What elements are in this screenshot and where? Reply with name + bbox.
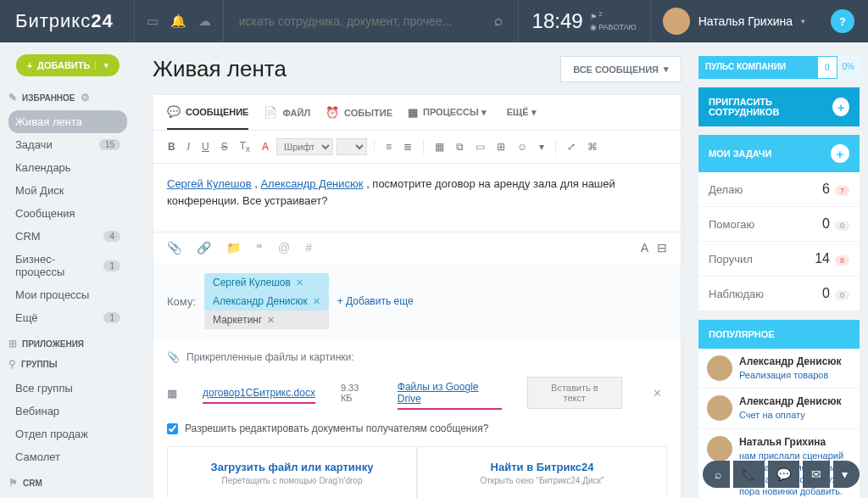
user-menu[interactable]: Наталья Грихина ▾ xyxy=(650,0,817,42)
sidebar-item[interactable]: Самолет xyxy=(8,445,127,468)
chat-icon[interactable]: ▭ xyxy=(147,14,159,29)
all-messages-filter[interactable]: ВСЕ СООБЩЕНИЯ ▾ xyxy=(560,56,682,82)
page-title: Живая лента xyxy=(153,56,287,82)
sidebar-item[interactable]: Мои процессы xyxy=(8,283,127,306)
emoji-button[interactable]: ☺ xyxy=(513,138,531,155)
allow-edit-checkbox[interactable]: Разрешить редактировать документы получа… xyxy=(167,422,667,434)
code-button[interactable]: ⌘ xyxy=(583,138,602,155)
work-status: ⚑ 2◉ РАБОТАЮ xyxy=(590,10,637,32)
text-icon[interactable]: A xyxy=(641,241,648,255)
sidebar-item[interactable]: Ещё1 xyxy=(8,306,127,329)
plus-icon[interactable]: + xyxy=(832,98,849,116)
mention-icon[interactable]: @ xyxy=(278,241,290,255)
clock-time: 18:49 xyxy=(532,9,583,33)
apps-header: ⊞ПРИЛОЖЕНИЯ xyxy=(8,338,127,350)
collapse-icon[interactable]: ⊟ xyxy=(657,241,667,255)
add-task-button[interactable]: + xyxy=(831,144,849,163)
ol-button[interactable]: ≣ xyxy=(399,138,416,155)
add-recipient[interactable]: + Добавить еще xyxy=(337,295,414,307)
popular-item[interactable]: Александр ДенисюкРеализация товаров xyxy=(698,349,860,389)
user-name: Наталья Грихина xyxy=(698,14,793,28)
sidebar-item[interactable]: Бизнес-процессы1 xyxy=(8,248,127,283)
delete-file[interactable]: ✕ xyxy=(648,387,667,400)
attach-header: 📎 Прикрепленные файлы и картинки: xyxy=(167,351,667,363)
groups-header: ⚲ГРУППЫ xyxy=(8,358,127,370)
task-row[interactable]: Помогаю00 xyxy=(698,207,860,242)
fab-mail[interactable]: ✉ xyxy=(803,461,830,488)
fab-chat[interactable]: 💬 xyxy=(768,461,799,488)
size-select[interactable] xyxy=(337,138,367,155)
crm-header: ⚑CRM xyxy=(8,477,127,489)
image-button[interactable]: ▦ xyxy=(431,138,448,155)
sidebar-item[interactable]: Сообщения xyxy=(8,202,127,225)
upload-option[interactable]: Найти в Битрикс24Открыть окно "Битрикс24… xyxy=(417,446,667,498)
mention[interactable]: Александр Денисюк xyxy=(260,177,363,190)
search-input[interactable] xyxy=(239,14,494,28)
color-button[interactable]: A xyxy=(258,138,273,155)
task-row[interactable]: Поручил148 xyxy=(698,242,860,277)
quote-icon[interactable]: ❝ xyxy=(256,241,263,255)
bell-icon[interactable]: 🔔 xyxy=(170,14,186,29)
tab[interactable]: ⏰СОБЫТИЕ xyxy=(326,95,392,130)
tab[interactable]: ЕЩЁ ▾ xyxy=(502,95,537,130)
tab[interactable]: ▦ПРОЦЕССЫ ▾ xyxy=(408,95,487,130)
strike-button[interactable]: S xyxy=(217,138,232,155)
sidebar-item[interactable]: CRM4 xyxy=(8,225,127,248)
underline-button[interactable]: U xyxy=(198,138,214,155)
recipient-chip[interactable]: Маркетинг ✕ xyxy=(204,311,329,329)
pulse-widget[interactable]: ПУЛЬС КОМПАНИИ 0 0% xyxy=(698,56,860,79)
sidebar-item[interactable]: Живая лента xyxy=(8,110,127,133)
clock[interactable]: 18:49 ⚑ 2◉ РАБОТАЮ xyxy=(518,0,650,42)
hash-icon[interactable]: # xyxy=(305,241,312,255)
sidebar-item[interactable]: Мой Диск xyxy=(8,179,127,202)
link-icon[interactable]: 🔗 xyxy=(197,241,211,255)
fab-more[interactable]: ▾ xyxy=(833,461,860,488)
font-select[interactable]: Шрифт xyxy=(276,138,333,155)
mention[interactable]: Сергей Кулешов xyxy=(167,177,252,190)
clear-format-button[interactable]: Tx xyxy=(236,137,254,156)
bold-button[interactable]: B xyxy=(164,138,180,155)
expand-button[interactable]: ⤢ xyxy=(563,138,580,155)
add-button[interactable]: + ДОБАВИТЬ▾ xyxy=(16,54,120,76)
more-button[interactable]: ▾ xyxy=(535,138,548,155)
logo[interactable]: Битрикс24 xyxy=(0,10,134,32)
sidebar-item[interactable]: Вебинар xyxy=(8,400,127,422)
gdrive-link[interactable]: Файлы из Google Drive xyxy=(398,381,502,405)
fab-phone[interactable]: 📞 xyxy=(733,461,765,488)
search-icon[interactable]: ⌕ xyxy=(494,13,503,30)
insert-button[interactable]: Вставить в текст xyxy=(527,377,622,409)
editor-content[interactable]: Сергей Кулешов , Александр Денисюк , пос… xyxy=(153,164,681,232)
tab[interactable]: 📄ФАЙЛ xyxy=(264,95,310,130)
avatar xyxy=(663,8,690,35)
popular-panel-header: ПОПУЛЯРНОЕ xyxy=(698,320,860,349)
tasks-panel-header: МОИ ЗАДАЧИ+ xyxy=(698,135,860,172)
folder-icon[interactable]: 📁 xyxy=(226,241,241,255)
file-size: 9.33 КБ xyxy=(341,383,372,403)
italic-button[interactable]: I xyxy=(183,138,194,155)
file-link[interactable]: договор1СБитрикс.docx xyxy=(203,387,315,399)
chevron-down-icon: ▾ xyxy=(801,17,805,25)
attach-icon[interactable]: 📎 xyxy=(167,241,181,255)
task-row[interactable]: Делаю67 xyxy=(698,172,860,207)
video-button[interactable]: ▭ xyxy=(471,138,489,155)
link-button[interactable]: ⧉ xyxy=(452,138,468,155)
help-button[interactable]: ? xyxy=(817,9,868,33)
table-button[interactable]: ⊞ xyxy=(492,138,509,155)
favorites-header: ✎ИЗБРАННОЕ ⚙ xyxy=(8,92,127,104)
invite-panel[interactable]: ПРИГЛАСИТЬ СОТРУДНИКОВ+ xyxy=(698,87,860,126)
fab-search[interactable]: ⌕ xyxy=(703,461,730,488)
sidebar-item[interactable]: Задачи15 xyxy=(8,133,127,156)
recipient-chip[interactable]: Сергей Кулешов ✕ xyxy=(204,273,329,292)
tab[interactable]: 💬СООБЩЕНИЕ xyxy=(167,95,248,130)
cloud-icon[interactable]: ☁ xyxy=(198,14,211,29)
recipient-chip[interactable]: Александр Денисюк ✕ xyxy=(204,292,329,311)
ul-button[interactable]: ≡ xyxy=(381,138,396,155)
popular-item[interactable]: Александр ДенисюкСчет на оплату xyxy=(698,389,860,428)
sidebar-item[interactable]: Отдел продаж xyxy=(8,422,127,445)
to-label: Кому: xyxy=(167,295,196,308)
upload-option[interactable]: Загрузить файл или картинкуПеретащить с … xyxy=(167,446,417,498)
sidebar-item[interactable]: Календарь xyxy=(8,156,127,179)
sidebar-item[interactable]: Все группы xyxy=(8,377,127,400)
gear-icon[interactable]: ⚙ xyxy=(81,92,90,104)
task-row[interactable]: Наблюдаю00 xyxy=(698,277,860,311)
